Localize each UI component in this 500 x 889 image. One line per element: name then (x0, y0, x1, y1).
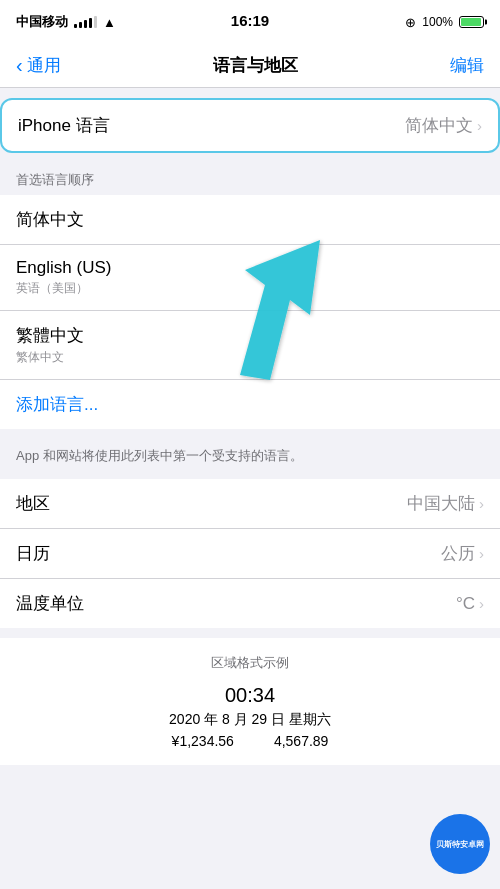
edit-button[interactable]: 编辑 (450, 54, 484, 77)
back-label[interactable]: 通用 (27, 54, 61, 77)
iphone-language-chevron-icon: › (477, 117, 482, 134)
battery-fill (461, 18, 481, 26)
content: iPhone 语言 简体中文 › 首选语言顺序 简体中文 English (US… (0, 88, 500, 765)
language-description: App 和网站将使用此列表中第一个受支持的语言。 (0, 439, 500, 479)
format-number-1: ¥1,234.56 (172, 733, 234, 749)
temperature-row[interactable]: 温度单位 °C › (0, 579, 500, 628)
language-row-1-left: English (US) 英语（美国） (16, 258, 484, 297)
add-language-button[interactable]: 添加语言... (0, 380, 500, 429)
region-label: 地区 (16, 492, 50, 515)
iphone-language-label: iPhone 语言 (18, 114, 110, 137)
language-row-1[interactable]: English (US) 英语（美国） (0, 245, 500, 311)
watermark-text: 贝斯特安卓网 (436, 839, 484, 850)
calendar-value-group: 公历 › (441, 542, 484, 565)
back-button[interactable]: ‹ 通用 (16, 54, 61, 77)
region-value: 中国大陆 (407, 492, 475, 515)
back-chevron-icon: ‹ (16, 54, 23, 77)
language-row-0[interactable]: 简体中文 (0, 195, 500, 245)
language-row-1-sub: 英语（美国） (16, 280, 484, 297)
format-number-2: 4,567.89 (274, 733, 329, 749)
nav-bar: ‹ 通用 语言与地区 编辑 (0, 44, 500, 88)
format-example-title: 区域格式示例 (16, 654, 484, 672)
iphone-language-row[interactable]: iPhone 语言 简体中文 › (2, 100, 498, 151)
temperature-chevron-icon: › (479, 595, 484, 612)
region-chevron-icon: › (479, 495, 484, 512)
format-example-numbers: ¥1,234.56 4,567.89 (16, 733, 484, 749)
language-row-2-main: 繁體中文 (16, 324, 484, 347)
status-bar: 中国移动 ▲ 16:19 ⊕ 100% (0, 0, 500, 44)
language-row-0-left: 简体中文 (16, 208, 484, 231)
language-row-1-main: English (US) (16, 258, 484, 278)
format-example-time: 00:34 (16, 684, 484, 707)
iphone-language-current: 简体中文 (405, 114, 473, 137)
region-settings-section: 地区 中国大陆 › 日历 公历 › 温度单位 °C › (0, 479, 500, 628)
preferred-languages-group: 简体中文 English (US) 英语（美国） 繁體中文 繁体中文 添加语言.… (0, 195, 500, 429)
language-row-2-left: 繁體中文 繁体中文 (16, 324, 484, 366)
region-row[interactable]: 地区 中国大陆 › (0, 479, 500, 529)
temperature-value: °C (456, 594, 475, 614)
calendar-value: 公历 (441, 542, 475, 565)
preferred-languages-header: 首选语言顺序 (0, 163, 500, 195)
format-example-section: 区域格式示例 00:34 2020 年 8 月 29 日 星期六 ¥1,234.… (0, 638, 500, 765)
charge-icon: ⊕ (405, 15, 416, 30)
language-row-2[interactable]: 繁體中文 繁体中文 (0, 311, 500, 380)
language-row-2-sub: 繁体中文 (16, 349, 484, 366)
calendar-chevron-icon: › (479, 545, 484, 562)
status-right: ⊕ 100% (405, 15, 484, 30)
calendar-label: 日历 (16, 542, 50, 565)
nav-title: 语言与地区 (213, 54, 298, 77)
watermark: 贝斯特安卓网 (430, 814, 490, 874)
iphone-language-section: iPhone 语言 简体中文 › (0, 98, 500, 153)
format-example-date: 2020 年 8 月 29 日 星期六 (16, 711, 484, 729)
carrier-text: 中国移动 (16, 13, 68, 31)
status-time: 16:19 (231, 12, 269, 29)
region-value-group: 中国大陆 › (407, 492, 484, 515)
wifi-icon: ▲ (103, 15, 116, 30)
status-left: 中国移动 ▲ (16, 13, 116, 31)
iphone-language-value: 简体中文 › (405, 114, 482, 137)
battery-percent-text: 100% (422, 15, 453, 29)
temperature-value-group: °C › (456, 594, 484, 614)
calendar-row[interactable]: 日历 公历 › (0, 529, 500, 579)
signal-icon (74, 16, 97, 28)
temperature-label: 温度单位 (16, 592, 84, 615)
battery-icon (459, 16, 484, 28)
language-row-0-main: 简体中文 (16, 208, 484, 231)
